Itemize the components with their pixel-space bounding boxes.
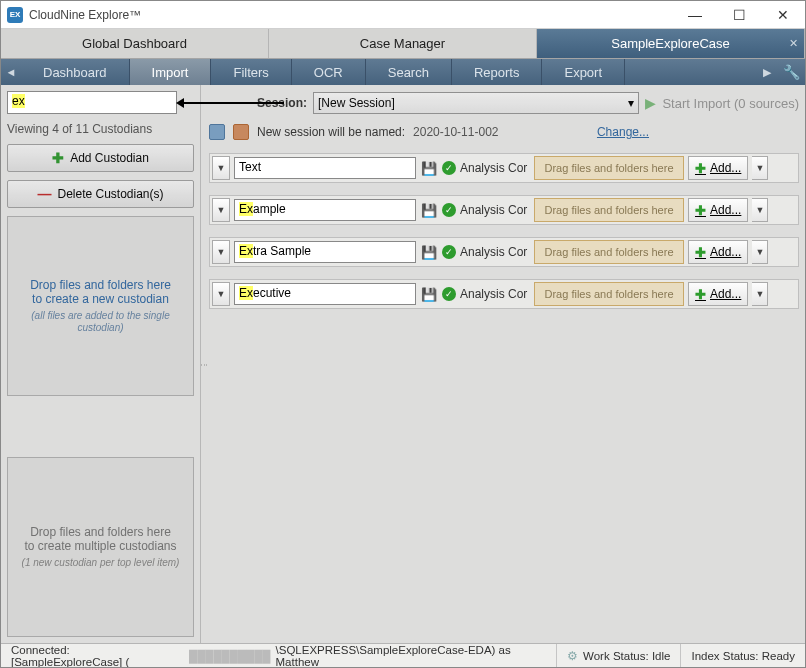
dropzone-multi[interactable]: Drop files and folders here to create mu…: [7, 457, 194, 637]
custodian-rows: ▼ Text 💾 ✓Analysis Cor Drag files and fo…: [209, 153, 799, 309]
new-session-row: New session will be named: 2020-10-11-00…: [209, 121, 799, 143]
wrench-icon[interactable]: 🔧: [777, 64, 805, 80]
add-dropdown[interactable]: ▼: [752, 282, 768, 306]
save-icon[interactable]: 💾: [420, 201, 438, 219]
tab-label: SampleExploreCase: [611, 36, 730, 51]
nav-ocr[interactable]: OCR: [292, 59, 366, 85]
expand-button[interactable]: ▼: [212, 240, 230, 264]
add-button[interactable]: ✚Add...: [688, 198, 748, 222]
custodian-name-input[interactable]: Extra Sample: [234, 241, 416, 263]
titlebar: EX CloudNine Explore™ — ☐ ✕: [1, 1, 805, 29]
nav-ribbon: ◄ Dashboard Import Filters OCR Search Re…: [1, 59, 805, 85]
custodian-name-input[interactable]: Text: [234, 157, 416, 179]
plus-icon: ✚: [695, 245, 706, 260]
minimize-button[interactable]: —: [673, 1, 717, 29]
save-icon[interactable]: 💾: [420, 243, 438, 261]
tab-label: Global Dashboard: [82, 36, 187, 51]
session-icon-1[interactable]: [209, 124, 225, 140]
statusbar: Connected: [SampleExploreCase] (████████…: [1, 643, 805, 667]
custodian-filter-input[interactable]: ex: [7, 91, 177, 114]
nav-filters[interactable]: Filters: [211, 59, 291, 85]
status-index: Index Status: Ready: [681, 644, 805, 667]
close-icon[interactable]: ✕: [789, 37, 798, 50]
start-import-button[interactable]: ▶Start Import (0 sources): [645, 95, 799, 111]
nav-scroll-right[interactable]: ▶: [757, 66, 777, 79]
chevron-down-icon: ▾: [628, 96, 634, 110]
plus-icon: ✚: [695, 161, 706, 176]
window-controls: — ☐ ✕: [673, 1, 805, 29]
session-row: Session: [New Session]▾ ▶Start Import (0…: [209, 91, 799, 115]
expand-button[interactable]: ▼: [212, 156, 230, 180]
custodian-name-input[interactable]: Example: [234, 199, 416, 221]
add-button[interactable]: ✚Add...: [688, 156, 748, 180]
analysis-status: ✓Analysis Cor: [442, 203, 530, 217]
plus-icon: ✚: [695, 287, 706, 302]
nav-scroll-left[interactable]: ◄: [1, 66, 21, 78]
add-button[interactable]: ✚Add...: [688, 282, 748, 306]
tab-label: Case Manager: [360, 36, 445, 51]
app-icon: EX: [7, 7, 23, 23]
check-icon: ✓: [442, 203, 456, 217]
custodian-row: ▼ Text 💾 ✓Analysis Cor Drag files and fo…: [209, 153, 799, 183]
check-icon: ✓: [442, 245, 456, 259]
tab-global-dashboard[interactable]: Global Dashboard: [1, 29, 269, 58]
session-dropdown[interactable]: [New Session]▾: [313, 92, 639, 114]
expand-button[interactable]: ▼: [212, 282, 230, 306]
play-icon: ▶: [645, 95, 656, 111]
delete-custodian-button[interactable]: —Delete Custodian(s): [7, 180, 194, 208]
add-dropdown[interactable]: ▼: [752, 156, 768, 180]
workspace: ex Viewing 4 of 11 Custodians ✚Add Custo…: [1, 85, 805, 643]
main-panel: Session: [New Session]▾ ▶Start Import (0…: [207, 85, 805, 643]
custodian-row: ▼ Executive 💾 ✓Analysis Cor Drag files a…: [209, 279, 799, 309]
expand-button[interactable]: ▼: [212, 198, 230, 222]
app-title: CloudNine Explore™: [29, 8, 673, 22]
new-session-name: 2020-10-11-002: [413, 125, 498, 139]
custodian-name-input[interactable]: Executive: [234, 283, 416, 305]
plus-icon: ✚: [695, 203, 706, 218]
tab-sample-explore-case[interactable]: SampleExploreCase✕: [537, 29, 805, 58]
annotation-arrow: [179, 102, 284, 104]
check-icon: ✓: [442, 161, 456, 175]
check-icon: ✓: [442, 287, 456, 301]
case-tabs: Global Dashboard Case Manager SampleExpl…: [1, 29, 805, 59]
minus-icon: —: [37, 186, 51, 202]
new-session-label: New session will be named:: [257, 125, 405, 139]
left-panel: ex Viewing 4 of 11 Custodians ✚Add Custo…: [1, 85, 201, 643]
status-connection: Connected: [SampleExploreCase] (████████…: [1, 644, 557, 667]
session-icon-2[interactable]: [233, 124, 249, 140]
custodian-row: ▼ Example 💾 ✓Analysis Cor Drag files and…: [209, 195, 799, 225]
viewing-count: Viewing 4 of 11 Custodians: [7, 122, 194, 136]
add-dropdown[interactable]: ▼: [752, 198, 768, 222]
add-dropdown[interactable]: ▼: [752, 240, 768, 264]
analysis-status: ✓Analysis Cor: [442, 245, 530, 259]
save-icon[interactable]: 💾: [420, 159, 438, 177]
maximize-button[interactable]: ☐: [717, 1, 761, 29]
analysis-status: ✓Analysis Cor: [442, 161, 530, 175]
nav-import[interactable]: Import: [130, 59, 212, 85]
nav-export[interactable]: Export: [542, 59, 625, 85]
gear-icon: ⚙: [567, 649, 578, 663]
change-link[interactable]: Change...: [597, 125, 649, 139]
row-dropzone[interactable]: Drag files and folders here: [534, 240, 684, 264]
nav-reports[interactable]: Reports: [452, 59, 543, 85]
row-dropzone[interactable]: Drag files and folders here: [534, 156, 684, 180]
nav-search[interactable]: Search: [366, 59, 452, 85]
add-button[interactable]: ✚Add...: [688, 240, 748, 264]
row-dropzone[interactable]: Drag files and folders here: [534, 198, 684, 222]
nav-dashboard[interactable]: Dashboard: [21, 59, 130, 85]
analysis-status: ✓Analysis Cor: [442, 287, 530, 301]
status-work: ⚙Work Status: Idle: [557, 644, 681, 667]
dropzone-single[interactable]: Drop files and folders here to create a …: [7, 216, 194, 396]
custodian-row: ▼ Extra Sample 💾 ✓Analysis Cor Drag file…: [209, 237, 799, 267]
save-icon[interactable]: 💾: [420, 285, 438, 303]
plus-icon: ✚: [52, 150, 64, 166]
tab-case-manager[interactable]: Case Manager: [269, 29, 537, 58]
add-custodian-button[interactable]: ✚Add Custodian: [7, 144, 194, 172]
close-button[interactable]: ✕: [761, 1, 805, 29]
row-dropzone[interactable]: Drag files and folders here: [534, 282, 684, 306]
